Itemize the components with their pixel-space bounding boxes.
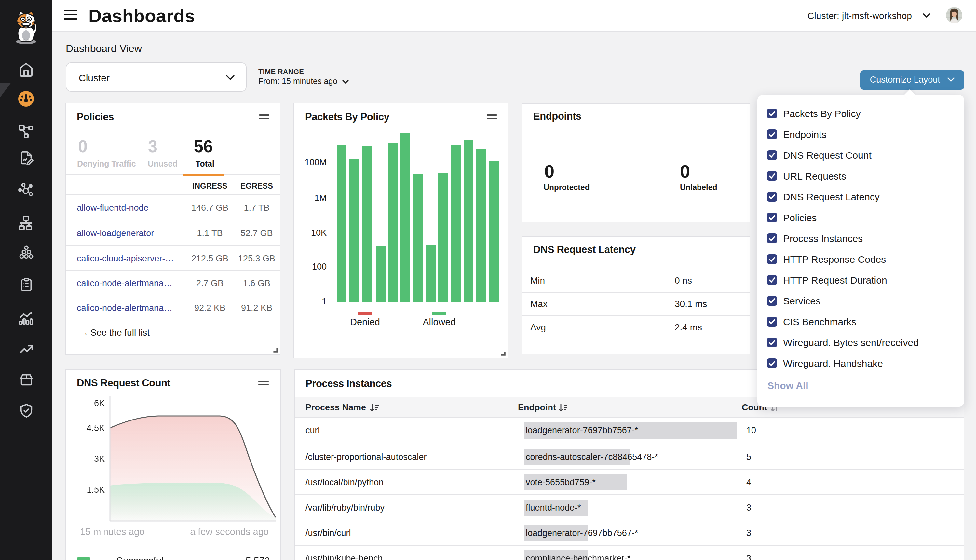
- svg-text:10K: 10K: [311, 228, 327, 238]
- svg-text:Denied: Denied: [350, 317, 380, 327]
- svg-text:3K: 3K: [94, 454, 105, 464]
- svg-text:15 minutes ago: 15 minutes ago: [80, 527, 144, 537]
- svg-text:1.5K: 1.5K: [87, 485, 105, 495]
- svg-text:4.5K: 4.5K: [87, 423, 105, 433]
- svg-text:Allowed: Allowed: [423, 317, 456, 327]
- svg-text:100M: 100M: [305, 157, 327, 167]
- svg-text:1: 1: [322, 297, 327, 306]
- svg-text:1M: 1M: [314, 193, 327, 203]
- svg-text:6K: 6K: [94, 398, 105, 408]
- svg-text:a few seconds ago: a few seconds ago: [190, 527, 269, 537]
- svg-text:100: 100: [312, 262, 327, 272]
